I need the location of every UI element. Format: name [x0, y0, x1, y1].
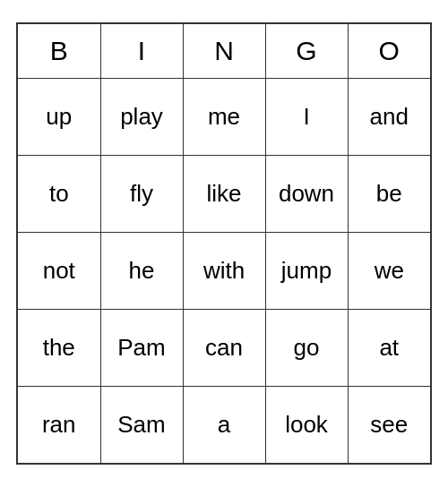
bingo-table: B I N G O upplaymeIandtoflylikedownbenot… — [18, 24, 430, 463]
cell-r4-c0: ran — [18, 386, 100, 463]
table-row: toflylikedownbe — [18, 155, 430, 232]
cell-r2-c1: he — [100, 232, 183, 309]
header-o: O — [348, 24, 430, 78]
header-n: N — [183, 24, 265, 78]
header-g: G — [265, 24, 348, 78]
header-b: B — [18, 24, 100, 78]
cell-r0-c0: up — [18, 78, 100, 155]
cell-r3-c1: Pam — [100, 309, 183, 386]
cell-r0-c1: play — [100, 78, 183, 155]
cell-r2-c2: with — [183, 232, 265, 309]
cell-r1-c2: like — [183, 155, 265, 232]
cell-r2-c4: we — [348, 232, 430, 309]
table-row: thePamcangoat — [18, 309, 430, 386]
cell-r1-c4: be — [348, 155, 430, 232]
cell-r2-c3: jump — [265, 232, 348, 309]
cell-r0-c4: and — [348, 78, 430, 155]
cell-r3-c0: the — [18, 309, 100, 386]
bingo-card: B I N G O upplaymeIandtoflylikedownbenot… — [16, 22, 432, 465]
cell-r2-c0: not — [18, 232, 100, 309]
header-i: I — [100, 24, 183, 78]
cell-r3-c2: can — [183, 309, 265, 386]
cell-r1-c1: fly — [100, 155, 183, 232]
cell-r1-c0: to — [18, 155, 100, 232]
table-row: upplaymeIand — [18, 78, 430, 155]
cell-r1-c3: down — [265, 155, 348, 232]
table-row: ranSamalooksee — [18, 386, 430, 463]
cell-r3-c3: go — [265, 309, 348, 386]
cell-r4-c2: a — [183, 386, 265, 463]
cell-r4-c1: Sam — [100, 386, 183, 463]
cell-r0-c2: me — [183, 78, 265, 155]
header-row: B I N G O — [18, 24, 430, 78]
cell-r0-c3: I — [265, 78, 348, 155]
cell-r3-c4: at — [348, 309, 430, 386]
cell-r4-c3: look — [265, 386, 348, 463]
table-row: nothewithjumpwe — [18, 232, 430, 309]
cell-r4-c4: see — [348, 386, 430, 463]
